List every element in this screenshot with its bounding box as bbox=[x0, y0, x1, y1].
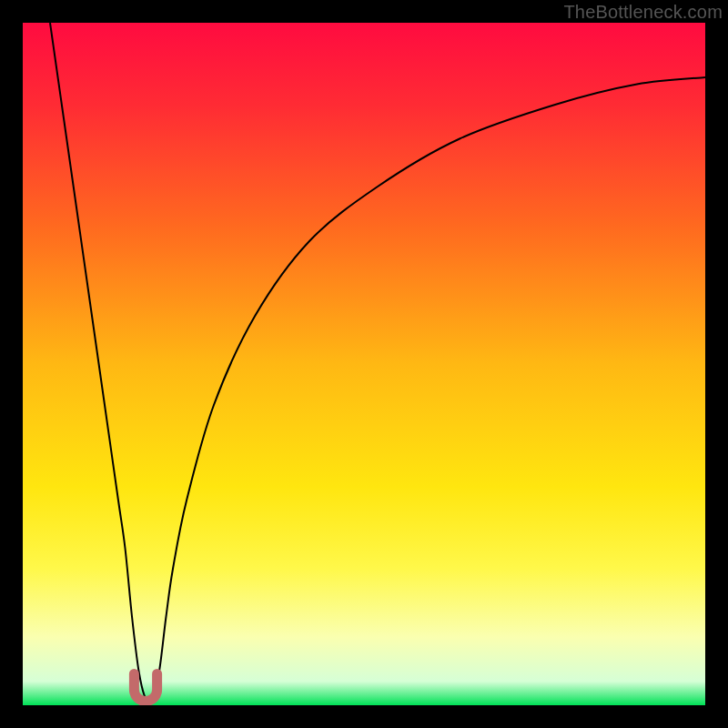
watermark-text: TheBottleneck.com bbox=[563, 2, 723, 23]
plot-area bbox=[23, 23, 705, 705]
chart-outer-frame: TheBottleneck.com bbox=[0, 0, 728, 728]
bottom-marker bbox=[23, 23, 705, 705]
